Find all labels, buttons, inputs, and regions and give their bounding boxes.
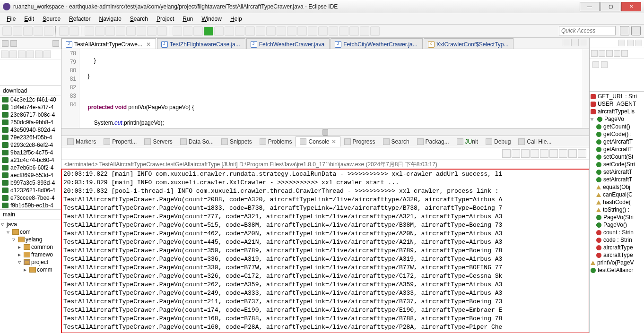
view-tab-snippets[interactable]: Snippets <box>218 137 256 146</box>
filter-icon[interactable] <box>35 51 43 58</box>
tree-node[interactable]: ▿yelang <box>1 236 60 243</box>
toolbar-button[interactable] <box>147 26 157 36</box>
toolbar-button[interactable] <box>266 26 276 36</box>
outline-item[interactable]: canEqual(C <box>591 191 643 198</box>
toolbar-button[interactable] <box>225 26 234 36</box>
view-tab-servers[interactable]: Servers <box>140 137 176 146</box>
tree-caret-icon[interactable]: ▿ <box>7 229 11 235</box>
outline-item[interactable]: ▿PageVo <box>591 115 643 123</box>
toolbar-button[interactable] <box>137 26 146 36</box>
outline-item[interactable]: aircraftType <box>591 244 643 251</box>
remove-all-icon[interactable] <box>521 149 530 158</box>
word-wrap-icon[interactable] <box>549 149 558 158</box>
outline-item[interactable]: PageVo() <box>591 221 643 229</box>
outline-item[interactable]: GET_URL : Stri <box>591 93 643 100</box>
toolbar-button[interactable] <box>277 26 286 36</box>
view-tab-junit[interactable]: JUnit <box>453 137 482 146</box>
toolbar-button[interactable] <box>235 26 244 36</box>
outline-view[interactable]: GET_URL : StriUSER_AGENTaircraftTypeLis▿… <box>590 92 644 333</box>
scroll-lock-icon[interactable] <box>540 149 548 158</box>
tree-caret-icon[interactable]: ▿ <box>12 236 17 243</box>
toolbar-button[interactable] <box>329 26 338 36</box>
toolbar-button[interactable] <box>44 26 53 36</box>
file-item[interactable]: a21c4c74-bc60-4 <box>0 156 61 164</box>
toolbar-button[interactable] <box>183 26 192 36</box>
outline-item[interactable]: getCode() : <box>591 130 643 138</box>
tree-node[interactable]: ▸common <box>1 243 60 251</box>
tab-close-icon[interactable]: ✕ <box>331 138 336 145</box>
file-item[interactable]: 250dc9fa-9bb8-4 <box>0 119 61 126</box>
view-tab-packag[interactable]: Packag... <box>413 137 453 146</box>
pin-console-icon[interactable] <box>559 149 567 158</box>
console-output[interactable]: 20:03:19.822 [main] INFO com.xuxueli.cra… <box>61 169 589 333</box>
toolbar-button[interactable] <box>85 26 94 36</box>
editor-tab[interactable]: XxlCrawlerConf$SelectTyp... <box>424 38 514 49</box>
menu-run[interactable]: Run <box>179 15 197 23</box>
toolbar-icon[interactable] <box>592 61 599 68</box>
outline-item[interactable]: toString() : <box>591 206 643 213</box>
minimize-icon[interactable] <box>627 40 634 46</box>
toolbar-button[interactable] <box>157 26 167 36</box>
toolbar-button[interactable] <box>116 26 125 36</box>
menu-help[interactable]: Help <box>226 15 246 23</box>
file-item[interactable]: 43e50940-802d-4 <box>0 126 61 134</box>
toolbar-button[interactable] <box>245 26 255 36</box>
back-icon[interactable] <box>1 51 9 58</box>
outline-item[interactable]: count : Strin <box>591 229 643 236</box>
clear-console-icon[interactable] <box>531 149 539 158</box>
view-tab-debug[interactable]: Debug <box>482 137 514 146</box>
tree-caret-icon[interactable]: ▸ <box>18 244 23 250</box>
open-console-icon[interactable] <box>578 149 586 158</box>
file-item[interactable]: f9b1d59b-ec1b-4 <box>0 202 61 209</box>
tab-close-icon[interactable]: ✕ <box>146 41 151 48</box>
file-item[interactable]: b997a3c5-393d-4 <box>0 179 61 187</box>
outline-item[interactable]: setCount(St <box>591 153 643 161</box>
menu-search[interactable]: Search <box>126 15 152 23</box>
outline-item[interactable]: code : Strin <box>591 236 643 244</box>
toolbar-button[interactable] <box>318 26 328 36</box>
minimize-icon[interactable] <box>571 39 579 46</box>
maximize-button[interactable]: ▢ <box>600 2 620 11</box>
hide-fields-icon[interactable] <box>606 50 613 57</box>
file-item[interactable]: 79e2326f-f05b-4 <box>0 134 61 141</box>
overview-ruler[interactable] <box>583 49 589 128</box>
toolbar-button[interactable] <box>339 26 348 36</box>
toolbar-button[interactable] <box>59 26 69 36</box>
toolbar-button[interactable] <box>297 26 307 36</box>
outline-item[interactable]: setAircraftT <box>591 168 643 176</box>
hide-static-icon[interactable] <box>614 50 620 57</box>
outline-item[interactable]: getAircraftT <box>591 138 643 145</box>
outline-item[interactable]: USER_AGENT <box>591 100 643 108</box>
view-tab-console[interactable]: Console ✕ <box>296 137 340 147</box>
toolbar-icon[interactable] <box>601 61 608 68</box>
editor-tab[interactable]: FetchCityWeatherCrawer.ja... <box>331 38 423 49</box>
toolbar-button[interactable] <box>23 26 33 36</box>
editor-tab[interactable]: TestZhFlightawareCase.ja... <box>157 38 245 49</box>
view-icon[interactable] <box>618 40 625 46</box>
tree-node[interactable]: ▸comm <box>1 266 60 273</box>
menu-edit[interactable]: Edit <box>20 15 38 23</box>
maximize-icon[interactable] <box>635 40 642 46</box>
menu-refactor[interactable]: Refactor <box>65 15 94 23</box>
toolbar-button[interactable] <box>173 26 182 36</box>
outline-item[interactable]: getCount() <box>591 123 643 130</box>
toolbar-button[interactable] <box>193 26 203 36</box>
file-item[interactable]: aecf8699-553d-4 <box>0 171 61 179</box>
editor-tab[interactable]: TestAllAircraftTypeCrawe...✕ <box>61 38 156 49</box>
outline-item[interactable]: printVo(PageV <box>591 259 643 266</box>
toolbar-button[interactable] <box>95 26 104 36</box>
forward-icon[interactable] <box>9 51 17 58</box>
az-icon[interactable] <box>599 50 605 57</box>
outline-item[interactable]: getAircraftT <box>591 145 643 153</box>
maximize-icon[interactable] <box>580 39 587 46</box>
outline-item[interactable]: equals(Obj <box>591 183 643 191</box>
file-item[interactable]: 9293c2c8-6ef2-4 <box>0 141 61 149</box>
java-perspective-button[interactable] <box>631 26 641 35</box>
toolbar-button[interactable] <box>2 26 12 36</box>
terminate-icon[interactable] <box>502 149 511 158</box>
file-item[interactable]: 1d4eb74e-a7f7-4 <box>0 103 61 111</box>
toolbar-button[interactable] <box>370 26 380 36</box>
tree-caret-icon[interactable]: ▸ <box>24 266 28 273</box>
collapse-all-icon[interactable] <box>18 51 26 58</box>
tree-caret-icon[interactable]: ▸ <box>18 251 23 258</box>
